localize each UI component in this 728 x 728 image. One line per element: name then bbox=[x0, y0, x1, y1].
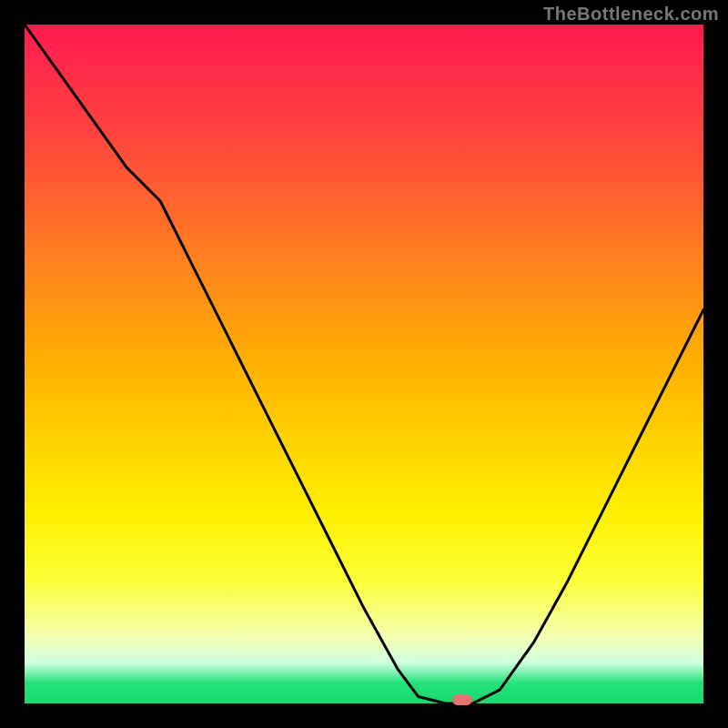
optimum-marker bbox=[452, 694, 472, 705]
watermark-label: TheBottleneck.com bbox=[543, 4, 719, 25]
curve-svg bbox=[25, 25, 703, 703]
bottleneck-curve bbox=[25, 25, 703, 703]
chart-frame: TheBottleneck.com bbox=[0, 0, 728, 728]
plot-area bbox=[25, 25, 703, 703]
